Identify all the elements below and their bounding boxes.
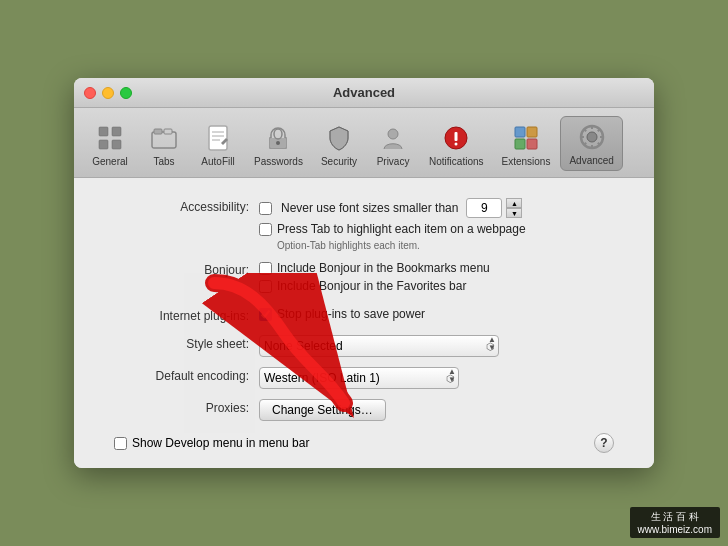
svg-rect-5 — [154, 129, 162, 134]
notifications-label: Notifications — [429, 156, 483, 167]
svg-rect-16 — [455, 132, 458, 141]
tab-highlight-label: Press Tab to highlight each item on a we… — [277, 222, 526, 236]
bonjour-row: Bonjour: Include Bonjour in the Bookmark… — [104, 261, 624, 297]
svg-point-14 — [388, 129, 398, 139]
change-settings-button[interactable]: Change Settings… — [259, 399, 386, 421]
font-size-input[interactable] — [466, 198, 502, 218]
font-size-stepper[interactable]: ▲ ▼ — [506, 198, 522, 218]
svg-rect-6 — [164, 129, 172, 134]
develop-menu-label: Show Develop menu in menu bar — [132, 436, 309, 450]
autofill-label: AutoFill — [201, 156, 234, 167]
watermark-text: 生 活 百 科 — [638, 510, 712, 524]
advanced-label: Advanced — [569, 155, 613, 166]
tab-highlight-checkbox[interactable] — [259, 223, 272, 236]
svg-rect-2 — [112, 127, 121, 136]
svg-rect-7 — [209, 126, 227, 150]
stylesheet-select[interactable]: None Selected — [259, 335, 499, 357]
svg-point-13 — [274, 129, 282, 139]
extensions-icon — [510, 122, 542, 154]
stepper-up[interactable]: ▲ — [506, 198, 522, 208]
encoding-select[interactable]: Western (ISO Latin 1) — [259, 367, 459, 389]
never-font-label: Never use font sizes smaller than — [281, 201, 458, 215]
extensions-label: Extensions — [502, 156, 551, 167]
svg-rect-21 — [527, 139, 537, 149]
security-icon — [323, 122, 355, 154]
accessibility-row: Accessibility: Never use font sizes smal… — [104, 198, 624, 251]
autofill-icon — [202, 122, 234, 154]
develop-menu-row: Show Develop menu in menu bar — [114, 436, 309, 450]
general-label: General — [92, 156, 128, 167]
passwords-label: Passwords — [254, 156, 303, 167]
accessibility-content: Never use font sizes smaller than ▲ ▼ Pr… — [259, 198, 624, 251]
never-font-checkbox[interactable] — [259, 202, 272, 215]
toolbar: General Tabs — [74, 108, 654, 178]
encoding-row: Default encoding: Western (ISO Latin 1) … — [104, 367, 624, 389]
svg-point-17 — [455, 143, 458, 146]
toolbar-item-autofill[interactable]: AutoFill — [192, 118, 244, 171]
close-button[interactable] — [84, 87, 96, 99]
content-area: Accessibility: Never use font sizes smal… — [74, 178, 654, 468]
tabs-icon — [148, 122, 180, 154]
watermark-url: www.bimeiz.com — [638, 524, 712, 535]
general-icon — [94, 122, 126, 154]
bonjour-favorites-label: Include Bonjour in the Favorites bar — [277, 279, 466, 293]
accessibility-label: Accessibility: — [104, 198, 259, 214]
stop-plugins-label: Stop plug-ins to save power — [277, 307, 425, 321]
minimize-button[interactable] — [102, 87, 114, 99]
toolbar-item-general[interactable]: General — [84, 118, 136, 171]
advanced-icon — [576, 121, 608, 153]
encoding-label: Default encoding: — [104, 367, 259, 383]
maximize-button[interactable] — [120, 87, 132, 99]
privacy-icon — [377, 122, 409, 154]
svg-point-12 — [276, 141, 280, 145]
font-size-row: Never use font sizes smaller than ▲ ▼ — [259, 198, 624, 218]
stop-plugins-checkbox[interactable] — [259, 308, 272, 321]
hint-text: Option-Tab highlights each item. — [277, 240, 624, 251]
svg-rect-19 — [527, 127, 537, 137]
bonjour-bookmarks-row: Include Bonjour in the Bookmarks menu — [259, 261, 624, 275]
toolbar-item-tabs[interactable]: Tabs — [138, 118, 190, 171]
watermark: 生 活 百 科 www.bimeiz.com — [630, 507, 720, 538]
encoding-select-wrapper: Western (ISO Latin 1) ▲ ▼ — [259, 367, 459, 389]
toolbar-item-passwords[interactable]: Passwords — [246, 118, 311, 171]
toolbar-item-extensions[interactable]: Extensions — [494, 118, 559, 171]
title-bar: Advanced — [74, 78, 654, 108]
develop-menu-checkbox[interactable] — [114, 437, 127, 450]
bonjour-bookmarks-label: Include Bonjour in the Bookmarks menu — [277, 261, 490, 275]
proxies-label: Proxies: — [104, 399, 259, 415]
window-title: Advanced — [333, 85, 395, 100]
stylesheet-label: Style sheet: — [104, 335, 259, 351]
toolbar-item-security[interactable]: Security — [313, 118, 365, 171]
svg-rect-3 — [112, 140, 121, 149]
plugins-row: Internet plug-ins: Stop plug-ins to save… — [104, 307, 624, 325]
notifications-icon — [440, 122, 472, 154]
bonjour-bookmarks-checkbox[interactable] — [259, 262, 272, 275]
stop-plugins-row: Stop plug-ins to save power — [259, 307, 624, 321]
bonjour-label: Bonjour: — [104, 261, 259, 277]
stylesheet-row: Style sheet: None Selected ▲ ▼ — [104, 335, 624, 357]
svg-rect-18 — [515, 127, 525, 137]
svg-rect-0 — [99, 127, 108, 136]
proxies-row: Proxies: Change Settings… — [104, 399, 624, 421]
bonjour-content: Include Bonjour in the Bookmarks menu In… — [259, 261, 624, 297]
toolbar-item-advanced[interactable]: Advanced — [560, 116, 622, 171]
svg-rect-20 — [515, 139, 525, 149]
bonjour-favorites-row: Include Bonjour in the Favorites bar — [259, 279, 624, 293]
toolbar-item-privacy[interactable]: Privacy — [367, 118, 419, 171]
toolbar-item-notifications[interactable]: Notifications — [421, 118, 491, 171]
preferences-window: Advanced General — [74, 78, 654, 468]
encoding-content: Western (ISO Latin 1) ▲ ▼ — [259, 367, 624, 389]
bonjour-favorites-checkbox[interactable] — [259, 280, 272, 293]
help-button[interactable]: ? — [594, 433, 614, 453]
proxies-content: Change Settings… — [259, 399, 624, 421]
stylesheet-select-wrapper: None Selected ▲ ▼ — [259, 335, 499, 357]
stepper-down[interactable]: ▼ — [506, 208, 522, 218]
privacy-label: Privacy — [377, 156, 410, 167]
passwords-icon — [262, 122, 294, 154]
plugins-label: Internet plug-ins: — [104, 307, 259, 323]
traffic-lights — [84, 87, 132, 99]
tabs-label: Tabs — [153, 156, 174, 167]
svg-point-22 — [587, 132, 597, 142]
security-label: Security — [321, 156, 357, 167]
plugins-content: Stop plug-ins to save power — [259, 307, 624, 325]
